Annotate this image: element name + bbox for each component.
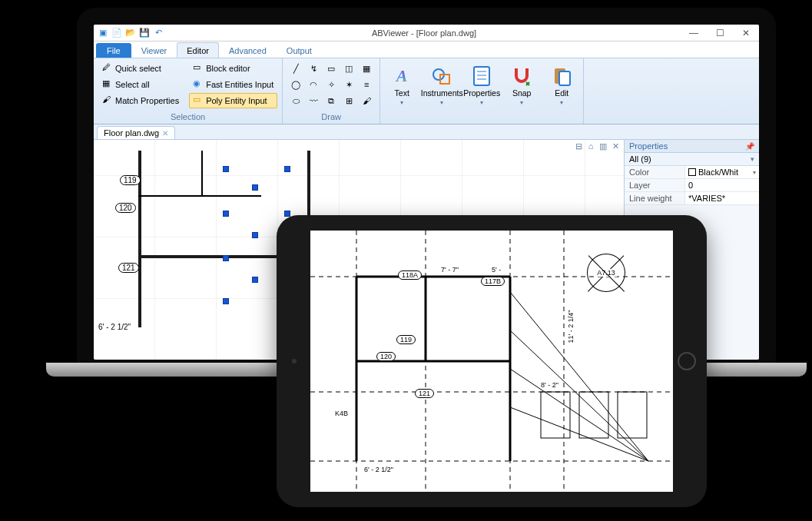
tablet-camera [292, 359, 297, 363]
save-icon[interactable]: 💾 [138, 27, 151, 39]
properties-button[interactable]: Properties ▾ [462, 61, 502, 124]
dimension-text: 7' - 7" [441, 266, 459, 274]
file-tab[interactable]: File [96, 43, 131, 58]
selection-grip[interactable] [223, 255, 229, 261]
instruments-button[interactable]: Instruments ▾ [422, 61, 462, 124]
ribbon-group-selection: 🖉 Quick select ▦ Select all 🖌 Match Prop… [94, 58, 283, 124]
tile-icon[interactable]: ▥ [598, 141, 608, 151]
selection-grip[interactable] [252, 184, 258, 191]
snap-button[interactable]: Snap ▾ [502, 61, 542, 124]
explode-icon[interactable]: ✶ [340, 77, 357, 92]
edit-button[interactable]: Edit ▾ [542, 61, 582, 124]
room-tag: 121 [118, 263, 139, 273]
offset-icon[interactable]: ⧉ [323, 93, 340, 108]
select-all-button[interactable]: ▦ Select all [98, 77, 183, 92]
rect-icon[interactable]: ▭ [323, 61, 340, 76]
ellipse-icon[interactable]: ⬭ [287, 93, 304, 108]
property-value[interactable]: *VARIES* [684, 192, 759, 204]
summary-text: All (9) [629, 154, 651, 164]
selection-grip[interactable] [284, 211, 290, 217]
paint-icon[interactable]: 🖌 [358, 93, 375, 108]
ribbon-group-big: A Text ▾ Instruments ▾ Properties [380, 58, 584, 124]
tab-output[interactable]: Output [277, 42, 322, 58]
line-icon[interactable]: ╱ [287, 61, 304, 76]
property-key: Line weight [625, 192, 684, 204]
block-editor-icon: ▭ [193, 63, 204, 74]
room-tag: 120 [115, 203, 136, 213]
pin-icon[interactable]: 📌 [745, 142, 754, 151]
tablet-home-button[interactable] [678, 352, 696, 370]
snap-icon [510, 65, 533, 88]
tab-viewer[interactable]: Viewer [131, 42, 177, 58]
cube-icon[interactable]: ▣ [97, 27, 109, 39]
close-icon[interactable]: ✕ [162, 129, 168, 138]
undo-icon[interactable]: ↶ [152, 27, 164, 39]
property-row-layer: Layer 0 [625, 179, 759, 192]
restore-icon[interactable]: ⊟ [573, 141, 584, 151]
selection-grip[interactable] [223, 166, 229, 172]
selection-grip[interactable] [252, 232, 258, 238]
fast-entities-icon: ◉ [193, 79, 204, 90]
circle-icon[interactable]: ◯ [287, 77, 304, 92]
quick-select-button[interactable]: 🖉 Quick select [98, 61, 183, 76]
match-properties-button[interactable]: 🖌 Match Properties [98, 93, 183, 108]
panel-summary[interactable]: All (9) ▾ [625, 153, 759, 166]
room-tag: 121 [415, 389, 434, 398]
block-editor-button[interactable]: ▭ Block editor [189, 61, 277, 76]
dimension-text: 6' - 2 1/2" [98, 323, 131, 331]
grid-icon[interactable]: ⊞ [340, 93, 357, 108]
clipboard-icon [550, 65, 573, 88]
panel-title: Properties [629, 141, 668, 151]
spline-icon[interactable]: 〰 [305, 93, 322, 108]
tab-advanced[interactable]: Advanced [219, 42, 277, 58]
chevron-down-icon: ▾ [480, 99, 483, 106]
room-tag: 117B [481, 277, 505, 286]
label: Quick select [115, 65, 161, 73]
minimize-button[interactable]: — [681, 25, 707, 41]
text-button[interactable]: A Text ▾ [382, 61, 422, 124]
property-value[interactable]: 0 [684, 179, 759, 191]
arc-icon[interactable]: ◠ [305, 77, 322, 92]
window-title: ABViewer - [Floor plan.dwg] [167, 28, 681, 38]
property-row-lineweight: Line weight *VARIES* [625, 192, 759, 205]
poly-entity-input-button[interactable]: ▭ Poly Entity Input [189, 93, 277, 108]
document-tab[interactable]: Floor plan.dwg ✕ [97, 126, 175, 139]
value-text: Black/Whit [698, 168, 738, 177]
move-copy-icon[interactable]: ✧ [323, 77, 340, 92]
chevron-down-icon: ▾ [560, 99, 563, 106]
svg-rect-2 [474, 67, 489, 85]
rect2-icon[interactable]: ◫ [340, 61, 357, 76]
compass-label: A7.13 [595, 269, 617, 277]
dimension-text: 5' - [492, 266, 501, 274]
label: Properties [463, 89, 500, 98]
close-icon[interactable]: ✕ [610, 141, 621, 151]
property-key: Layer [625, 179, 684, 191]
polyline-icon[interactable]: ↯ [305, 61, 322, 76]
hatch-icon[interactable]: ▦ [358, 61, 375, 76]
maximize-button[interactable]: ☐ [707, 25, 733, 41]
align-icon[interactable]: ≡ [358, 77, 375, 92]
chevron-down-icon: ▾ [520, 99, 523, 106]
selection-grip[interactable] [252, 277, 258, 283]
open-icon[interactable]: 📂 [124, 27, 137, 39]
selection-grip[interactable] [223, 298, 229, 304]
tablet-frame: 118A 117B 119 120 121 7' - 7" 5' - 11' -… [277, 215, 707, 507]
tab-editor[interactable]: Editor [177, 42, 219, 58]
fast-entities-input-button[interactable]: ◉ Fast Entities Input [189, 77, 277, 92]
panel-header[interactable]: Properties 📌 [625, 140, 759, 153]
label: Fast Entities Input [206, 81, 273, 89]
wall [138, 195, 261, 197]
ribbon-group-draw: ╱ ↯ ▭ ◫ ▦ ◯ ◠ ✧ ✶ ≡ ⬭ 〰 [283, 58, 380, 124]
property-value[interactable]: Black/Whit ▾ [684, 166, 759, 178]
chevron-down-icon: ▾ [753, 169, 756, 176]
close-button[interactable]: ✕ [733, 25, 759, 41]
tablet-screen[interactable]: 118A 117B 119 120 121 7' - 7" 5' - 11' -… [310, 231, 673, 492]
new-icon[interactable]: 📄 [111, 27, 123, 39]
selection-grip[interactable] [223, 211, 229, 217]
property-row-color: Color Black/Whit ▾ [625, 166, 759, 179]
ribbon-tab-strip: File Viewer Editor Advanced Output [94, 41, 759, 58]
wall [201, 151, 203, 195]
home-icon[interactable]: ⌂ [585, 141, 596, 151]
chevron-down-icon: ▾ [440, 99, 443, 106]
selection-grip[interactable] [284, 166, 290, 172]
